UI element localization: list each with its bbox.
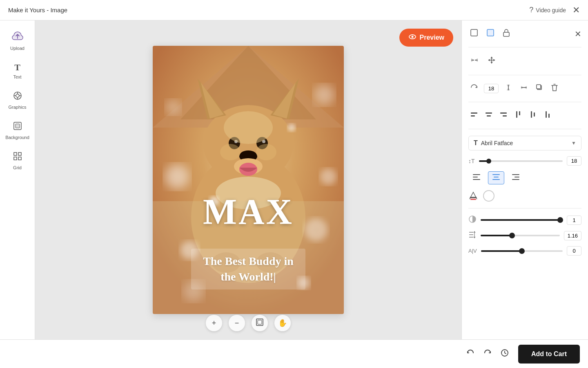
divider-3: [468, 102, 581, 102]
zoom-out-button[interactable]: −: [229, 315, 245, 331]
crop-mode-button[interactable]: [485, 27, 496, 40]
opacity-row: 1: [468, 215, 581, 225]
letter-spacing-value[interactable]: 0: [567, 246, 581, 256]
svg-rect-53: [487, 115, 491, 117]
divider-1: [468, 47, 581, 47]
align-right-button[interactable]: [498, 109, 509, 122]
svg-point-41: [287, 123, 296, 132]
transform-icon: [256, 319, 263, 328]
svg-rect-6: [14, 157, 17, 160]
preview-label: Preview: [420, 34, 444, 41]
opacity-slider[interactable]: [481, 219, 563, 221]
canvas-area: Preview: [35, 20, 461, 339]
letter-spacing-slider[interactable]: [481, 250, 563, 252]
pan-button[interactable]: ✋: [274, 315, 291, 331]
opacity-slider-knob[interactable]: [557, 217, 563, 223]
svg-rect-60: [546, 111, 547, 118]
rotation-value[interactable]: 18: [484, 84, 499, 93]
flip-v-button[interactable]: [503, 82, 514, 95]
divider-4: [468, 129, 581, 129]
transform-button[interactable]: [252, 315, 268, 331]
canvas-main-text[interactable]: MAX: [203, 191, 294, 232]
sidebar-item-graphics[interactable]: Graphics: [0, 85, 35, 115]
close-button[interactable]: ✕: [572, 6, 580, 15]
select-mode-button[interactable]: [468, 27, 480, 40]
letter-spacing-slider-knob[interactable]: [519, 248, 525, 254]
align-center-h-button[interactable]: [483, 109, 494, 122]
move-button[interactable]: [486, 54, 498, 68]
grid-label: Grid: [13, 165, 22, 170]
canvas-sub-text: The Best Buddy inthe World!|: [201, 254, 296, 285]
align-bottom-button[interactable]: [542, 109, 553, 122]
flip-h-button[interactable]: [518, 82, 530, 95]
text-align-center-button[interactable]: [488, 171, 504, 184]
svg-point-34: [314, 85, 334, 105]
main-area: Upload T Text Graphics Back: [0, 20, 588, 339]
duplicate-button[interactable]: [534, 82, 545, 95]
text-icon: T: [14, 62, 20, 73]
svg-rect-68: [512, 174, 519, 175]
video-guide-button[interactable]: ? Video guide: [529, 6, 566, 14]
font-selector[interactable]: T Abril Fatface ▼: [468, 136, 581, 150]
zoom-in-button[interactable]: +: [206, 315, 222, 331]
sidebar-item-upload[interactable]: Upload: [0, 25, 35, 56]
svg-rect-62: [473, 174, 480, 175]
panel-close-button[interactable]: ✕: [575, 29, 581, 39]
sidebar-item-grid[interactable]: Grid: [0, 146, 35, 176]
pan-icon: ✋: [278, 319, 287, 328]
svg-point-9: [411, 36, 413, 38]
svg-rect-44: [258, 320, 262, 324]
line-height-slider-knob[interactable]: [509, 233, 515, 238]
question-icon: ?: [529, 6, 533, 14]
svg-rect-66: [494, 177, 499, 177]
text-align-left-button[interactable]: [468, 171, 485, 184]
svg-rect-61: [548, 114, 550, 118]
text-label: Text: [13, 74, 21, 79]
fill-color-button[interactable]: [468, 191, 478, 202]
svg-rect-5: [18, 153, 21, 155]
preview-button[interactable]: Preview: [399, 29, 453, 47]
color-picker-empty[interactable]: [483, 190, 494, 202]
line-height-number: 1.16: [568, 233, 578, 239]
font-size-slider[interactable]: [479, 160, 563, 162]
undo-redo-group: [463, 346, 512, 362]
svg-rect-4: [14, 153, 17, 155]
canvas-image[interactable]: MAX The Best Buddy inthe World!|: [153, 46, 344, 314]
letter-spacing-number: 0: [572, 248, 575, 254]
chevron-down-icon: ▼: [571, 140, 576, 146]
svg-rect-67: [492, 179, 500, 180]
align-center-v-button[interactable]: [527, 109, 539, 122]
history-button[interactable]: [498, 346, 512, 362]
divider-2: [468, 75, 581, 75]
line-height-value[interactable]: 1.16: [564, 231, 581, 240]
align-left-button[interactable]: [468, 109, 480, 122]
svg-rect-47: [503, 32, 509, 36]
undo-button[interactable]: [463, 346, 477, 362]
upload-label: Upload: [10, 46, 24, 51]
align-top-button[interactable]: [512, 109, 524, 122]
panel-mode-icons: [468, 27, 512, 40]
svg-point-36: [305, 218, 327, 241]
sidebar-item-background[interactable]: Background: [0, 115, 35, 146]
delete-button[interactable]: [549, 82, 560, 95]
graphics-label: Graphics: [8, 105, 26, 110]
flip-horizontal-button[interactable]: [468, 54, 481, 68]
sidebar-item-text[interactable]: T Text: [0, 56, 35, 85]
lock-button[interactable]: [501, 27, 512, 40]
add-to-cart-button[interactable]: Add to Cart: [518, 345, 580, 364]
svg-rect-45: [471, 29, 477, 36]
page-title: Make it Yours - Image: [8, 7, 67, 13]
opacity-value[interactable]: 1: [567, 215, 581, 225]
svg-rect-70: [512, 179, 519, 180]
color-row: [468, 190, 581, 202]
rotate-button[interactable]: [468, 82, 480, 95]
font-name-label: Abril Fatface: [481, 140, 568, 146]
svg-rect-71: [470, 199, 476, 200]
text-align-right-button[interactable]: [508, 171, 524, 184]
svg-rect-64: [473, 179, 480, 180]
font-size-slider-knob[interactable]: [486, 159, 491, 164]
line-height-slider[interactable]: [481, 235, 560, 236]
canvas-sub-text-wrapper[interactable]: The Best Buddy inthe World!|: [191, 249, 305, 289]
redo-button[interactable]: [481, 346, 494, 362]
font-size-value[interactable]: 18: [567, 156, 581, 166]
